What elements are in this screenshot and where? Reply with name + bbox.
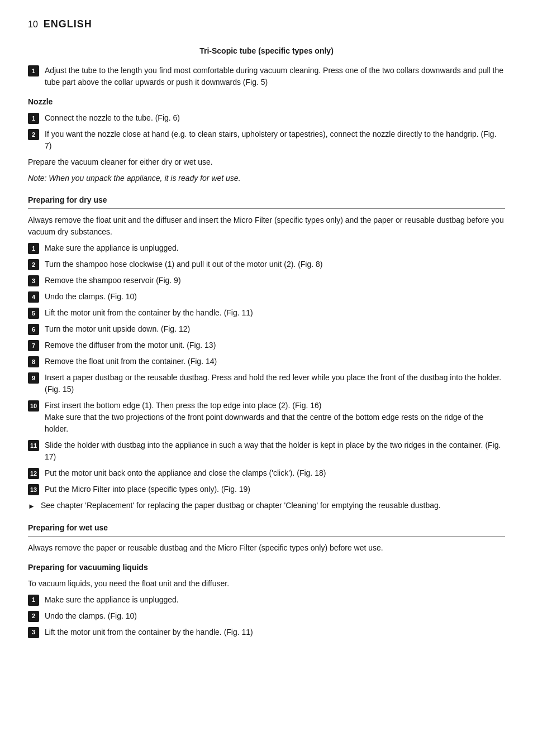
step-badge: 6: [28, 324, 39, 335]
step-text: Put the Micro Filter into place (specifi…: [45, 484, 505, 495]
step-badge: 2: [28, 129, 39, 140]
step-text: Remove the diffuser from the motor unit.…: [45, 339, 505, 351]
section-tri-scopic: Tri-Scopic tube (specific types only) 1 …: [28, 45, 505, 88]
list-item: 13 Put the Micro Filter into place (spec…: [28, 484, 505, 495]
step-badge: 3: [28, 627, 39, 638]
step-text: Insert a paper dustbag or the reusable d…: [45, 372, 505, 395]
list-item: 1 Make sure the appliance is unplugged.: [28, 594, 505, 606]
step-badge: 4: [28, 291, 39, 303]
bullet-item: ► See chapter 'Replacement' for replacin…: [28, 500, 505, 512]
step-badge: 1: [28, 595, 39, 606]
step-text: Turn the motor unit upside down. (Fig. 1…: [45, 323, 505, 335]
list-item: 3 Remove the shampoo reservoir (Fig. 9): [28, 275, 505, 286]
step-text: Lift the motor unit from the container b…: [45, 307, 505, 319]
list-item: 2 Undo the clamps. (Fig. 10): [28, 610, 505, 622]
list-item: 1 Make sure the appliance is unplugged.: [28, 242, 505, 254]
list-item: 3 Lift the motor unit from the container…: [28, 626, 505, 638]
step-text: Put the motor unit back onto the applian…: [45, 467, 505, 479]
list-item: 6 Turn the motor unit upside down. (Fig.…: [28, 323, 505, 335]
step-text: Undo the clamps. (Fig. 10): [45, 291, 505, 303]
step-text: Slide the holder with dustbag into the a…: [45, 439, 505, 463]
section-vacuuming-liquids: Preparing for vacuuming liquids To vacuu…: [28, 562, 505, 638]
list-item: 4 Undo the clamps. (Fig. 10): [28, 291, 505, 303]
step-badge: 1: [28, 65, 39, 76]
dry-use-intro: Always remove the float unit and the dif…: [28, 214, 505, 238]
step-badge: 3: [28, 275, 39, 286]
step-text: Turn the shampoo hose clockwise (1) and …: [45, 259, 505, 270]
tri-scopic-heading: Tri-Scopic tube (specific types only): [28, 45, 505, 57]
section-dry-use: Preparing for dry use Always remove the …: [28, 194, 505, 512]
list-item: 2 If you want the nozzle close at hand (…: [28, 128, 505, 152]
list-item: 8 Remove the float unit from the contain…: [28, 356, 505, 367]
step-text: If you want the nozzle close at hand (e.…: [45, 128, 505, 152]
list-item: 12 Put the motor unit back onto the appl…: [28, 467, 505, 479]
step-badge: 2: [28, 259, 39, 270]
step-badge: 8: [28, 356, 39, 367]
list-item: 5 Lift the motor unit from the container…: [28, 307, 505, 319]
step-badge: 2: [28, 611, 39, 622]
list-item: 1 Adjust the tube to the length you find…: [28, 65, 505, 88]
step-text: Adjust the tube to the length you find m…: [45, 65, 505, 88]
page-number: 10: [28, 18, 38, 31]
dry-use-heading: Preparing for dry use: [28, 194, 505, 209]
vacuuming-liquids-intro: To vacuum liquids, you need the float un…: [28, 578, 505, 590]
step-text: Connect the nozzle to the tube. (Fig. 6): [45, 112, 505, 124]
step-badge: 12: [28, 468, 39, 479]
section-wet-use: Preparing for wet use Always remove the …: [28, 522, 505, 554]
list-item: 11 Slide the holder with dustbag into th…: [28, 439, 505, 463]
nozzle-heading: Nozzle: [28, 96, 505, 108]
step-badge: 10: [28, 400, 39, 412]
step-badge: 11: [28, 440, 39, 451]
step-badge: 7: [28, 340, 39, 351]
section-nozzle: Nozzle 1 Connect the nozzle to the tube.…: [28, 96, 505, 184]
list-item: 10 First insert the bottom edge (1). The…: [28, 400, 505, 435]
step-text: Make sure the appliance is unplugged.: [45, 242, 505, 254]
step-text: Remove the shampoo reservoir (Fig. 9): [45, 275, 505, 286]
list-item: 9 Insert a paper dustbag or the reusable…: [28, 372, 505, 395]
step-badge: 5: [28, 308, 39, 319]
page-container: 10 ENGLISH Tri-Scopic tube (specific typ…: [28, 17, 505, 638]
italic-note: Note: When you unpack the appliance, it …: [28, 173, 505, 184]
step-badge: 1: [28, 243, 39, 254]
step-text: Make sure the appliance is unplugged.: [45, 594, 505, 606]
wet-use-intro: Always remove the paper or reusable dust…: [28, 542, 505, 554]
vacuuming-liquids-heading: Preparing for vacuuming liquids: [28, 562, 505, 573]
step-text: First insert the bottom edge (1). Then p…: [45, 400, 505, 435]
step-text: Remove the float unit from the container…: [45, 356, 505, 367]
page-title: ENGLISH: [44, 17, 92, 32]
list-item: 1 Connect the nozzle to the tube. (Fig. …: [28, 112, 505, 124]
step-badge: 1: [28, 113, 39, 124]
step-badge: 13: [28, 484, 39, 495]
step-text: Lift the motor unit from the container b…: [45, 626, 505, 638]
wet-use-heading: Preparing for wet use: [28, 522, 505, 537]
bullet-icon: ►: [28, 501, 35, 512]
page-header: 10 ENGLISH: [28, 17, 505, 32]
list-item: 2 Turn the shampoo hose clockwise (1) an…: [28, 259, 505, 270]
step-text: Undo the clamps. (Fig. 10): [45, 610, 505, 622]
bullet-text: See chapter 'Replacement' for replacing …: [41, 500, 505, 511]
plain-text: Prepare the vacuum cleaner for either dr…: [28, 156, 505, 168]
list-item: 7 Remove the diffuser from the motor uni…: [28, 339, 505, 351]
step-badge: 9: [28, 372, 39, 384]
